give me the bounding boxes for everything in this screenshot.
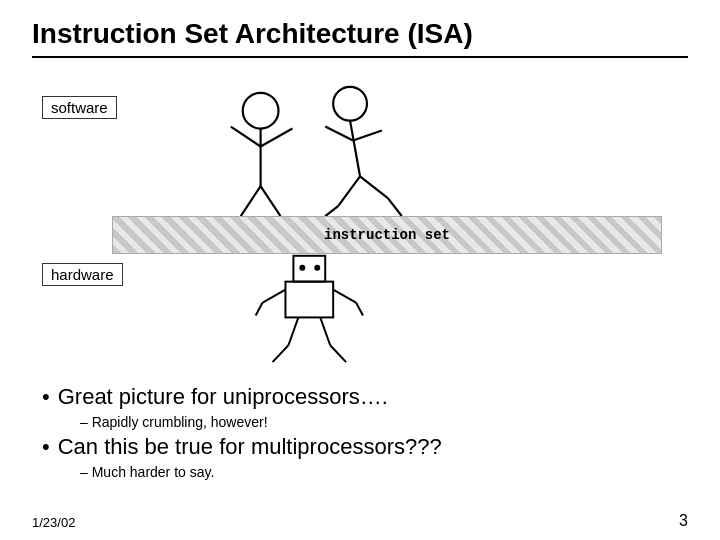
svg-rect-17 bbox=[285, 282, 333, 318]
svg-line-19 bbox=[256, 303, 263, 316]
svg-line-23 bbox=[273, 345, 289, 362]
bullet-item-2: • Can this be true for multiprocessors??… bbox=[42, 434, 688, 460]
software-label: software bbox=[42, 96, 117, 119]
svg-point-15 bbox=[299, 265, 305, 271]
instruction-set-label: instruction set bbox=[324, 227, 450, 243]
svg-line-12 bbox=[360, 176, 388, 198]
bullet-text-2: Can this be true for multiprocessors??? bbox=[58, 434, 442, 460]
svg-line-10 bbox=[338, 176, 360, 206]
bullets-section: • Great picture for uniprocessors…. Rapi… bbox=[32, 384, 688, 480]
svg-line-11 bbox=[325, 206, 338, 216]
svg-line-20 bbox=[333, 290, 356, 303]
svg-point-6 bbox=[333, 87, 367, 121]
bullet-item-1: • Great picture for uniprocessors…. bbox=[42, 384, 688, 410]
svg-line-24 bbox=[320, 317, 330, 345]
bullet-dot-2: • bbox=[42, 436, 50, 458]
svg-rect-14 bbox=[293, 256, 325, 282]
sub-bullet-1: Rapidly crumbling, however! bbox=[80, 414, 688, 430]
svg-line-13 bbox=[388, 198, 402, 216]
svg-line-8 bbox=[325, 127, 353, 141]
svg-point-16 bbox=[314, 265, 320, 271]
svg-line-22 bbox=[288, 317, 298, 345]
sub-bullet-2: Much harder to say. bbox=[80, 464, 688, 480]
svg-line-4 bbox=[241, 186, 261, 216]
bullet-dot-1: • bbox=[42, 386, 50, 408]
footer-page: 3 bbox=[679, 512, 688, 530]
svg-line-5 bbox=[261, 186, 281, 216]
svg-line-7 bbox=[350, 121, 360, 177]
svg-line-9 bbox=[353, 131, 382, 141]
svg-line-2 bbox=[231, 127, 261, 147]
instruction-set-bar: instruction set bbox=[112, 216, 662, 254]
svg-line-25 bbox=[330, 345, 346, 362]
svg-line-18 bbox=[263, 290, 286, 303]
slide-title: Instruction Set Architecture (ISA) bbox=[32, 18, 688, 58]
svg-line-21 bbox=[356, 303, 363, 316]
slide: Instruction Set Architecture (ISA) bbox=[0, 0, 720, 540]
svg-line-3 bbox=[261, 129, 293, 147]
diagram-area: software instruction set hardware bbox=[32, 68, 688, 378]
footer-date: 1/23/02 bbox=[32, 515, 75, 530]
bullet-text-1: Great picture for uniprocessors…. bbox=[58, 384, 388, 410]
svg-point-0 bbox=[243, 93, 279, 129]
hardware-label: hardware bbox=[42, 263, 123, 286]
